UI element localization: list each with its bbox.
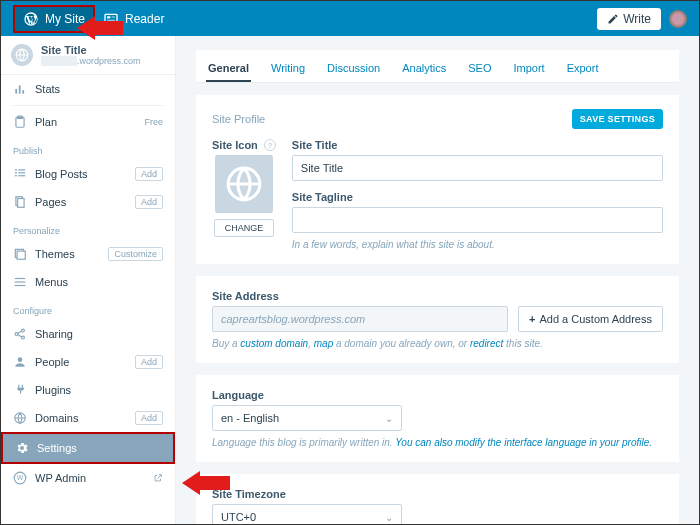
svg-rect-15 xyxy=(15,175,17,176)
svg-rect-16 xyxy=(18,175,25,176)
svg-line-27 xyxy=(18,331,22,333)
customize-badge[interactable]: Customize xyxy=(108,247,163,261)
svg-rect-20 xyxy=(17,251,25,259)
tab-seo[interactable]: SEO xyxy=(466,56,493,82)
people-icon xyxy=(13,355,27,369)
sidebar-themes[interactable]: Themes Customize xyxy=(1,240,175,268)
svg-rect-18 xyxy=(18,199,24,208)
save-settings-button[interactable]: SAVE SETTINGS xyxy=(572,109,663,129)
topbar-right: Write xyxy=(597,8,687,30)
sidebar-wp-admin[interactable]: WWP Admin xyxy=(1,464,175,492)
language-select[interactable]: en - English⌄ xyxy=(212,405,402,431)
site-header[interactable]: Site Title xxxxxxxx.wordpress.com xyxy=(1,36,175,75)
tab-import[interactable]: Import xyxy=(511,56,546,82)
stats-icon xyxy=(13,82,27,96)
topbar-left: My Site Reader xyxy=(13,5,172,33)
nav-reader[interactable]: Reader xyxy=(95,7,172,31)
site-address-card: Site Address +Add a Custom Address Buy a… xyxy=(196,276,679,363)
sidebar-blog-posts[interactable]: Blog Posts Add xyxy=(1,160,175,188)
sidebar-sharing[interactable]: Sharing xyxy=(1,320,175,348)
sidebar-people[interactable]: People Add xyxy=(1,348,175,376)
interface-lang-link[interactable]: You can also modify the interface langua… xyxy=(395,437,652,448)
site-icon-small xyxy=(11,44,33,66)
tab-general[interactable]: General xyxy=(206,56,251,82)
sidebar-pages[interactable]: Pages Add xyxy=(1,188,175,216)
language-label: Language xyxy=(212,389,663,401)
svg-rect-7 xyxy=(19,86,21,94)
site-address-input[interactable] xyxy=(212,306,508,332)
section-configure: Configure xyxy=(1,296,175,320)
section-personalize: Personalize xyxy=(1,216,175,240)
language-card: Language en - English⌄ Language this blo… xyxy=(196,375,679,462)
chevron-down-icon: ⌄ xyxy=(385,512,393,523)
site-title-label: Site Title xyxy=(292,139,663,151)
site-title: Site Title xyxy=(41,44,141,56)
themes-icon xyxy=(13,247,27,261)
site-info: Site Title xxxxxxxx.wordpress.com xyxy=(41,44,141,66)
external-icon xyxy=(153,473,163,483)
section-publish: Publish xyxy=(1,136,175,160)
plan-icon xyxy=(13,115,27,129)
wordpress-icon xyxy=(23,11,39,27)
svg-rect-13 xyxy=(15,172,17,173)
tab-writing[interactable]: Writing xyxy=(269,56,307,82)
write-button[interactable]: Write xyxy=(597,8,661,30)
svg-text:W: W xyxy=(17,474,24,481)
site-profile-card: Site Profile SAVE SETTINGS Site Icon? CH… xyxy=(196,95,679,264)
svg-rect-14 xyxy=(18,172,25,173)
settings-icon xyxy=(15,441,29,455)
sidebar-settings[interactable]: Settings xyxy=(1,432,175,464)
svg-rect-23 xyxy=(15,285,26,286)
menus-icon xyxy=(13,275,27,289)
site-tagline-label: Site Tagline xyxy=(292,191,663,203)
site-icon-preview xyxy=(215,155,273,213)
add-badge[interactable]: Add xyxy=(135,355,163,369)
site-tagline-input[interactable] xyxy=(292,207,663,233)
svg-rect-21 xyxy=(15,278,26,279)
sidebar-plugins[interactable]: Plugins xyxy=(1,376,175,404)
chevron-down-icon: ⌄ xyxy=(385,413,393,424)
svg-line-28 xyxy=(18,335,22,337)
topbar: My Site Reader Write xyxy=(1,1,699,36)
add-badge[interactable]: Add xyxy=(135,167,163,181)
svg-rect-8 xyxy=(22,90,24,94)
svg-rect-11 xyxy=(15,169,17,170)
avatar[interactable] xyxy=(669,10,687,28)
svg-rect-22 xyxy=(15,281,26,282)
sidebar-domains[interactable]: Domains Add xyxy=(1,404,175,432)
site-profile-heading: Site Profile xyxy=(212,113,265,125)
tab-export[interactable]: Export xyxy=(565,56,601,82)
svg-rect-0 xyxy=(105,14,117,23)
tabs: General Writing Discussion Analytics SEO… xyxy=(196,50,679,83)
add-badge[interactable]: Add xyxy=(135,195,163,209)
custom-domain-link[interactable]: custom domain xyxy=(240,338,308,349)
add-custom-address-button[interactable]: +Add a Custom Address xyxy=(518,306,663,332)
help-icon[interactable]: ? xyxy=(264,139,276,151)
sidebar-stats[interactable]: Stats xyxy=(1,75,175,103)
sharing-icon xyxy=(13,327,27,341)
wordpress-icon: W xyxy=(13,471,27,485)
site-icon-label: Site Icon? xyxy=(212,139,276,151)
domains-icon xyxy=(13,411,27,425)
sidebar-plan[interactable]: Plan Free xyxy=(1,108,175,136)
pages-icon xyxy=(13,195,27,209)
sidebar-menus[interactable]: Menus xyxy=(1,268,175,296)
map-domain-link[interactable]: map xyxy=(314,338,333,349)
tab-analytics[interactable]: Analytics xyxy=(400,56,448,82)
plugins-icon xyxy=(13,383,27,397)
svg-rect-12 xyxy=(18,169,25,170)
site-title-input[interactable] xyxy=(292,155,663,181)
change-icon-button[interactable]: CHANGE xyxy=(214,219,275,237)
reader-icon xyxy=(103,11,119,27)
add-badge[interactable]: Add xyxy=(135,411,163,425)
svg-rect-1 xyxy=(107,16,110,18)
redirect-link[interactable]: redirect xyxy=(470,338,503,349)
site-address-label: Site Address xyxy=(212,290,663,302)
tagline-hint: In a few words, explain what this site i… xyxy=(292,239,663,250)
language-hint: Language this blog is primarily written … xyxy=(212,437,663,448)
sidebar: Site Title xxxxxxxx.wordpress.com Stats … xyxy=(1,36,176,524)
timezone-select[interactable]: UTC+0⌄ xyxy=(212,504,402,524)
tab-discussion[interactable]: Discussion xyxy=(325,56,382,82)
nav-my-site[interactable]: My Site xyxy=(13,5,95,33)
posts-icon xyxy=(13,167,27,181)
